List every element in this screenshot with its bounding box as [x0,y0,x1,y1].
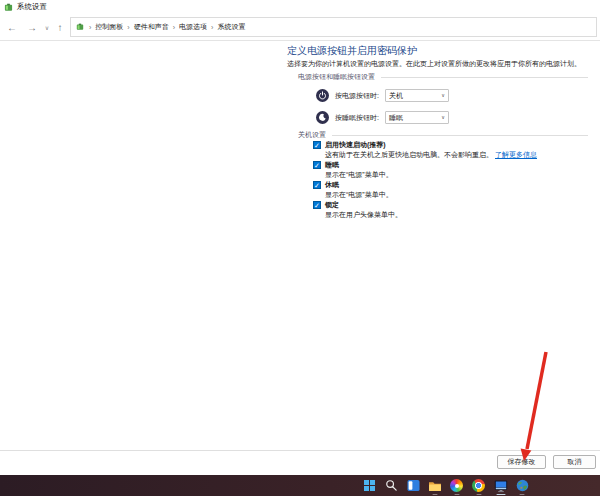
window-title: 系统设置 [17,2,47,12]
checkmark-icon: ✓ [314,181,320,188]
option-description: 显示在“电源”菜单中。 [325,170,393,179]
taskbar [0,475,600,496]
lock-checkbox[interactable]: ✓ [313,201,321,209]
open-app-indicator [454,494,459,496]
option-sleep: ✓ 睡眠 显示在“电源”菜单中。 [313,160,393,179]
section-header-label: 关机设置 [298,130,326,140]
breadcrumb-power-options[interactable]: 电源选项 [179,22,207,32]
recent-pages-chevron-icon[interactable]: ∨ [42,14,52,40]
section-divider [332,135,588,136]
fast-startup-checkbox[interactable]: ✓ [313,141,321,149]
power-icon [316,89,329,102]
breadcrumb-control-panel[interactable]: 控制面板 [95,22,123,32]
sleep-button-label: 按睡眠按钮时: [335,113,385,123]
breadcrumb-separator: › [173,24,175,31]
select-value: 关机 [389,91,403,101]
internet-globe-icon[interactable] [515,478,530,493]
chrome-icon[interactable] [471,478,486,493]
photos-icon[interactable] [449,478,464,493]
hibernate-checkbox[interactable]: ✓ [313,181,321,189]
section-divider [381,77,588,78]
sleep-button-row: 按睡眠按钮时: 睡眠 ∨ [316,111,449,124]
sleep-icon [316,111,329,124]
checkmark-icon: ✓ [314,201,320,208]
sleep-checkbox[interactable]: ✓ [313,161,321,169]
option-description: 显示在用户头像菜单中。 [325,210,402,219]
chevron-down-icon: ∨ [441,115,445,120]
power-button-row: 按电源按钮时: 关机 ∨ [316,89,449,102]
learn-more-link[interactable]: 了解更多信息 [495,151,537,158]
task-view-icon[interactable] [406,478,421,493]
open-app-indicator [433,494,438,496]
chevron-down-icon: ∨ [441,93,445,98]
option-fast-startup: ✓ 启用快速启动(推荐) 这有助于在关机之后更快地启动电脑。不会影响重启。了解更… [313,140,537,159]
save-button[interactable]: 保存修改 [497,455,546,469]
power-button-label: 按电源按钮时: [335,91,385,101]
option-label: 休眠 [325,180,393,189]
up-icon[interactable]: ↑ [52,14,68,40]
breadcrumb-system-settings[interactable]: 系统设置 [217,22,245,32]
checkmark-icon: ✓ [314,161,320,168]
option-description: 显示在“电源”菜单中。 [325,190,393,199]
section-header-label: 电源按钮和睡眠按钮设置 [298,72,375,82]
breadcrumb-separator: › [89,24,91,31]
system-settings-window-icon[interactable] [493,478,508,493]
page-subtitle: 选择要为你的计算机设置的电源设置。在此页上对设置所做的更改将应用于你所有的电源计… [287,59,581,69]
option-label: 锁定 [325,200,402,209]
forward-icon[interactable]: → [24,14,40,40]
sleep-button-action-select[interactable]: 睡眠 ∨ [385,111,449,124]
power-button-action-select[interactable]: 关机 ∨ [385,89,449,102]
search-icon[interactable] [384,478,399,493]
power-options-icon [4,3,13,12]
cancel-button[interactable]: 取消 [553,455,596,469]
option-description-text: 这有助于在关机之后更快地启动电脑。不会影响重启。 [325,151,493,158]
breadcrumb-hardware-and-sound[interactable]: 硬件和声音 [134,22,169,32]
file-explorer-icon[interactable] [428,478,443,493]
navigation-toolbar: ← → ∨ ↑ › 控制面板 › 硬件和声音 › 电源选项 › 系统设置 [0,14,600,41]
open-app-indicator [520,494,525,496]
open-app-indicator [476,494,481,496]
shutdown-section-header: 关机设置 [298,130,588,140]
active-app-indicator [496,494,505,496]
back-icon[interactable]: ← [4,14,20,40]
select-value: 睡眠 [389,113,403,123]
footer-divider [0,450,600,451]
breadcrumb-separator: › [127,24,129,31]
option-lock: ✓ 锁定 显示在用户头像菜单中。 [313,200,402,219]
option-label: 启用快速启动(推荐) [325,140,537,149]
window-titlebar: 系统设置 [0,0,600,14]
checkmark-icon: ✓ [314,141,320,148]
page-title: 定义电源按钮并启用密码保护 [287,44,417,58]
option-description: 这有助于在关机之后更快地启动电脑。不会影响重启。了解更多信息 [325,150,537,159]
start-button-icon[interactable] [362,478,377,493]
power-options-icon [76,23,85,32]
option-hibernate: ✓ 休眠 显示在“电源”菜单中。 [313,180,393,199]
power-buttons-section-header: 电源按钮和睡眠按钮设置 [298,72,588,82]
breadcrumb-separator: › [211,24,213,31]
address-bar[interactable]: › 控制面板 › 硬件和声音 › 电源选项 › 系统设置 [70,17,597,37]
taskbar-icons [362,475,530,496]
option-label: 睡眠 [325,160,393,169]
